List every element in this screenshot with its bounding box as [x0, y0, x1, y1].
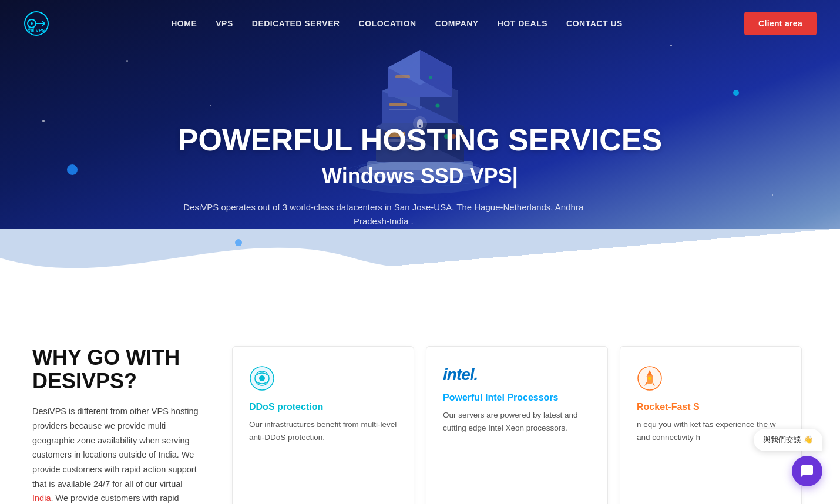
svg-point-34: [259, 375, 265, 381]
nav-vps[interactable]: VPS: [216, 19, 233, 28]
nav-company[interactable]: COMPANY: [435, 19, 479, 28]
svg-point-27: [436, 104, 440, 108]
nav-dedicated[interactable]: DEDICATED SERVER: [252, 19, 340, 28]
ddos-icon: [249, 365, 275, 391]
intel-logo: intel.: [443, 365, 591, 384]
ddos-desc: Our infrastructures benefit from multi-l…: [249, 418, 397, 443]
logo-icon: देसी VPS: [23, 11, 49, 36]
hero-description: DesiVPS operates out of 3 world-class da…: [178, 200, 589, 229]
chat-button[interactable]: [792, 456, 822, 486]
nav-links: HOME VPS DEDICATED SERVER COLOCATION COM…: [171, 18, 623, 29]
intel-desc: Our servers are powered by latest and cu…: [443, 409, 591, 434]
rocket-icon: [637, 365, 663, 391]
why-read-more[interactable]: India: [32, 493, 51, 503]
hero-content: POWERFUL HOSTING SERVICES Windows SSD VP…: [178, 123, 662, 229]
nav-contact[interactable]: CONTACT US: [566, 19, 623, 28]
nav-colocation[interactable]: COLOCATION: [359, 19, 416, 28]
svg-rect-28: [395, 75, 410, 78]
why-grid: WHY GO WITH DESIVPS? DesiVPS is differen…: [9, 311, 831, 504]
intel-title: Powerful Intel Processors: [443, 392, 591, 403]
svg-point-29: [429, 76, 432, 79]
why-section: WHY GO WITH DESIVPS? DesiVPS is differen…: [0, 299, 840, 504]
chat-widget: 與我們交談 👋: [754, 429, 822, 486]
nav-hotdeals[interactable]: HOT DEALS: [498, 19, 547, 28]
feature-card-intel: intel. Powerful Intel Processors Our ser…: [426, 346, 608, 504]
ddos-title: DDoS protection: [249, 402, 397, 412]
hero-subtitle: Windows SSD VPS|: [178, 164, 662, 189]
chat-bubble: 與我們交談 👋: [754, 429, 822, 451]
logo-link[interactable]: देसी VPS: [23, 11, 49, 36]
svg-text:देसी VPS: देसी VPS: [27, 27, 45, 33]
why-body-text: DesiVPS is different from other VPS host…: [32, 404, 203, 504]
blue-dot-1: [67, 164, 78, 175]
rocket-title: Rocket-Fast S: [637, 402, 785, 412]
svg-point-37: [648, 377, 651, 380]
star-6: [772, 194, 773, 196]
svg-rect-26: [389, 109, 416, 110]
star-5: [42, 120, 45, 122]
svg-point-2: [31, 22, 33, 25]
nav-home[interactable]: HOME: [171, 19, 197, 28]
teal-dot-1: [733, 90, 739, 96]
why-text-column: WHY GO WITH DESIVPS? DesiVPS is differen…: [32, 346, 226, 504]
star-2: [210, 105, 211, 106]
star-1: [126, 60, 128, 62]
navbar: देसी VPS HOME VPS DEDICATED SERVER COLOC…: [0, 0, 840, 47]
svg-rect-25: [389, 103, 407, 106]
why-heading: WHY GO WITH DESIVPS?: [32, 346, 203, 392]
client-area-button[interactable]: Client area: [744, 12, 817, 35]
feature-card-ddos: DDoS protection Our infrastructures bene…: [232, 346, 414, 504]
hero-title: POWERFUL HOSTING SERVICES: [178, 123, 662, 157]
chat-icon: [800, 464, 814, 478]
hero-wave: [0, 223, 840, 299]
